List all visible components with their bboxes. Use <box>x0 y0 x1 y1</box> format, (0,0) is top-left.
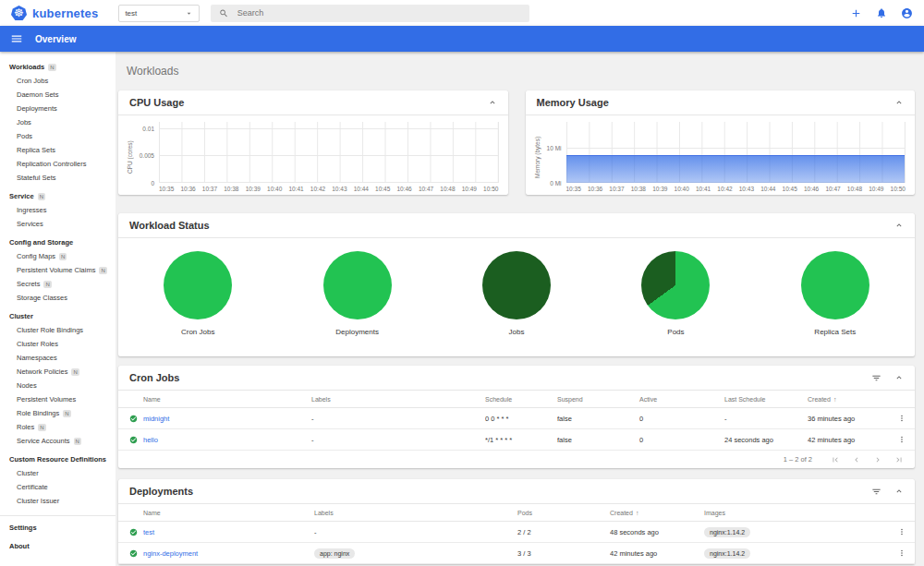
collapse-button[interactable] <box>488 98 497 107</box>
collapse-button[interactable] <box>894 221 904 230</box>
check-circle-icon <box>129 528 138 536</box>
deployment-name-link[interactable]: nginx-deployment <box>143 549 314 558</box>
deployment-name-link[interactable]: test <box>143 528 314 536</box>
sidebar-item[interactable]: Secrets N <box>0 277 116 291</box>
add-resource-button[interactable] <box>850 7 862 19</box>
sidebar-item[interactable]: Roles N <box>0 420 116 434</box>
namespaced-badge: N <box>99 267 106 274</box>
sidebar-item[interactable]: Pods <box>0 129 116 143</box>
collapse-button[interactable] <box>894 373 904 382</box>
prev-page-button[interactable] <box>852 455 861 464</box>
image-chip: nginx:1.14.2 <box>704 548 750 559</box>
sidebar-item[interactable]: Workloads N <box>0 60 116 74</box>
created-cell: 42 minutes ago <box>808 436 893 444</box>
sidebar-item-label: Ingresses <box>17 206 47 214</box>
kebab-icon <box>897 527 906 536</box>
check-circle-icon <box>129 549 138 558</box>
sidebar-item[interactable]: Jobs <box>0 115 116 129</box>
first-page-button[interactable] <box>831 455 840 464</box>
column-header-created[interactable]: Created <box>808 396 893 403</box>
column-header-created[interactable]: Created <box>610 510 704 516</box>
sidebar-item[interactable]: Persistent Volume Claims N <box>0 263 116 277</box>
chevron-up-icon <box>894 98 904 107</box>
sidebar-item-label: Services <box>17 220 43 228</box>
sidebar-item[interactable]: Namespaces <box>0 351 116 365</box>
next-page-button[interactable] <box>873 455 882 464</box>
sidebar-item-label: Replication Controllers <box>17 160 86 168</box>
notifications-button[interactable] <box>876 7 887 18</box>
column-header-name[interactable]: Name <box>143 396 311 403</box>
sidebar-item[interactable]: Persistent Volumes <box>0 392 116 406</box>
sidebar-item[interactable]: Service N <box>0 189 116 203</box>
search-box[interactable] <box>211 5 529 22</box>
column-header-images: Images <box>704 510 893 516</box>
row-menu-button[interactable] <box>893 435 915 444</box>
sidebar-item[interactable]: Cluster <box>0 309 116 323</box>
account-icon <box>901 7 913 19</box>
label-chip: app: nginx <box>314 548 355 559</box>
sidebar-item[interactable]: Certificate <box>0 480 116 494</box>
sidebar-item[interactable]: About <box>0 539 116 553</box>
sidebar-item[interactable]: Replication Controllers <box>0 157 116 171</box>
sidebar-item[interactable]: Storage Classes <box>0 291 116 305</box>
menu-button[interactable] <box>10 32 23 45</box>
kubernetes-logo[interactable]: ☸ kubernetes <box>11 6 98 20</box>
x-tick-label: 10:44 <box>354 186 369 192</box>
row-menu-button[interactable] <box>893 548 915 558</box>
collapse-button[interactable] <box>894 98 904 107</box>
sidebar-item[interactable]: Custom Resource Definitions <box>0 452 116 466</box>
sidebar-item[interactable]: Network Policies N <box>0 365 116 379</box>
cronjob-name-link[interactable]: midnight <box>143 415 311 423</box>
sidebar-item[interactable]: Cluster Issuer <box>0 494 116 508</box>
filter-button[interactable] <box>871 487 881 497</box>
sidebar-item[interactable]: Cluster Roles <box>0 337 116 351</box>
x-tick-label: 10:46 <box>804 186 819 192</box>
filter-list-icon <box>871 487 881 497</box>
x-tick-label: 10:39 <box>652 186 667 192</box>
row-menu-button[interactable] <box>893 414 915 423</box>
sidebar-item[interactable]: Cron Jobs <box>0 74 116 88</box>
sidebar-item[interactable]: Ingresses <box>0 203 116 217</box>
search-input[interactable] <box>237 8 522 18</box>
sidebar-item[interactable]: Cluster Role Bindings <box>0 323 116 337</box>
sidebar-item[interactable]: Role Bindings N <box>0 406 116 420</box>
x-tick-label: 10:36 <box>180 186 195 192</box>
sidebar-item[interactable]: Daemon Sets <box>0 88 116 102</box>
last-page-button[interactable] <box>894 455 904 464</box>
chevron-up-icon <box>894 373 904 382</box>
sidebar-item-label: Settings <box>9 524 37 532</box>
sidebar-item[interactable]: Replica Sets <box>0 143 116 157</box>
search-icon <box>219 8 228 18</box>
labels-cell: app: nginx <box>314 548 517 559</box>
sidebar-item[interactable]: Stateful Sets <box>0 171 116 185</box>
namespace-selector[interactable]: test <box>118 5 200 22</box>
sidebar-item[interactable]: Settings <box>0 521 116 535</box>
sidebar-item[interactable]: Service Accounts N <box>0 434 116 448</box>
pie-label: Replica Sets <box>814 328 856 336</box>
row-menu-button[interactable] <box>893 527 915 536</box>
filter-button[interactable] <box>871 373 881 383</box>
sidebar-item-label: Persistent Volume Claims <box>17 266 95 274</box>
sidebar-item[interactable]: Services <box>0 217 116 231</box>
sidebar-item-label: Network Policies <box>17 367 67 376</box>
column-header-name[interactable]: Name <box>143 510 314 516</box>
x-tick-label: 10:45 <box>783 186 797 192</box>
sidebar-item[interactable]: Cluster <box>0 466 116 480</box>
sidebar-item[interactable]: Deployments <box>0 102 116 115</box>
pie-chart <box>801 251 869 319</box>
sidebar-item-label: Namespaces <box>17 354 57 362</box>
cronjob-name-link[interactable]: hello <box>143 436 311 444</box>
sidebar-item-label: Cluster Role Bindings <box>17 326 83 334</box>
created-cell: 48 seconds ago <box>610 528 704 536</box>
sidebar-item[interactable]: Config Maps N <box>0 249 116 263</box>
check-circle-icon <box>129 436 138 444</box>
image-chip: nginx:1.14.2 <box>704 527 750 537</box>
x-tick-label: 10:50 <box>483 186 498 192</box>
brand-text: kubernetes <box>32 6 98 20</box>
sidebar-item[interactable]: Nodes <box>0 379 116 392</box>
account-button[interactable] <box>901 7 913 19</box>
collapse-button[interactable] <box>894 487 904 496</box>
memory-y-ticks: 10 Mi0 Mi <box>542 122 566 183</box>
sidebar-item[interactable]: Config and Storage <box>0 235 116 249</box>
namespace-value: test <box>125 9 137 18</box>
